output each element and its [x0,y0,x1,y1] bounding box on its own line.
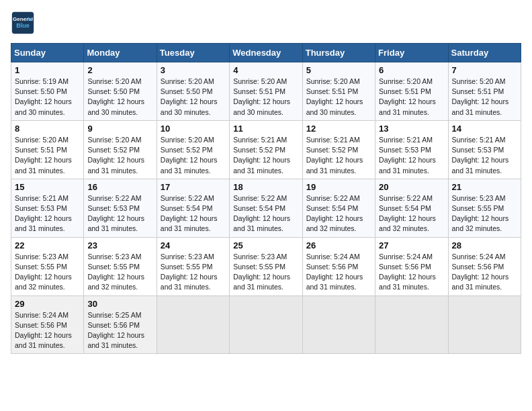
calendar-cell: 19Sunrise: 5:22 AM Sunset: 5:54 PM Dayli… [302,179,375,237]
calendar-cell: 11Sunrise: 5:21 AM Sunset: 5:52 PM Dayli… [230,120,302,179]
day-info: Sunrise: 5:21 AM Sunset: 5:53 PM Dayligh… [452,135,517,176]
day-number: 15 [15,182,80,192]
calendar-cell: 18Sunrise: 5:22 AM Sunset: 5:54 PM Dayli… [230,179,302,237]
calendar-cell: 21Sunrise: 5:23 AM Sunset: 5:55 PM Dayli… [448,179,521,237]
day-info: Sunrise: 5:19 AM Sunset: 5:50 PM Dayligh… [15,77,80,118]
weekday-header-sunday: Sunday [11,44,84,62]
day-info: Sunrise: 5:22 AM Sunset: 5:54 PM Dayligh… [306,193,371,234]
calendar-cell: 14Sunrise: 5:21 AM Sunset: 5:53 PM Dayli… [448,120,521,179]
calendar-week-row: 29Sunrise: 5:24 AM Sunset: 5:56 PM Dayli… [11,295,521,354]
day-number: 1 [15,65,80,75]
day-number: 28 [452,240,517,250]
day-number: 16 [87,182,152,192]
day-number: 20 [379,182,444,192]
calendar-cell: 2Sunrise: 5:20 AM Sunset: 5:50 PM Daylig… [84,62,157,121]
day-number: 4 [233,65,298,75]
calendar-week-row: 1Sunrise: 5:19 AM Sunset: 5:50 PM Daylig… [11,62,521,121]
day-info: Sunrise: 5:24 AM Sunset: 5:56 PM Dayligh… [452,252,517,293]
weekday-header-thursday: Thursday [302,44,375,62]
day-number: 18 [233,182,298,192]
calendar-table: SundayMondayTuesdayWednesdayThursdayFrid… [11,43,521,354]
day-info: Sunrise: 5:23 AM Sunset: 5:55 PM Dayligh… [161,252,226,293]
day-number: 6 [379,65,444,75]
day-number: 30 [87,299,152,309]
day-number: 3 [161,65,226,75]
calendar-cell [230,295,302,354]
day-info: Sunrise: 5:23 AM Sunset: 5:55 PM Dayligh… [233,252,298,293]
day-info: Sunrise: 5:24 AM Sunset: 5:56 PM Dayligh… [15,310,80,351]
logo: General Blue [11,11,39,35]
weekday-header-wednesday: Wednesday [230,44,302,62]
day-number: 23 [87,240,152,250]
day-info: Sunrise: 5:23 AM Sunset: 5:55 PM Dayligh… [87,252,152,293]
day-info: Sunrise: 5:24 AM Sunset: 5:56 PM Dayligh… [379,252,444,293]
calendar-cell [302,295,375,354]
calendar-cell [375,295,448,354]
day-number: 2 [87,65,152,75]
calendar-cell [448,295,521,354]
day-info: Sunrise: 5:23 AM Sunset: 5:55 PM Dayligh… [452,193,517,234]
calendar-cell: 23Sunrise: 5:23 AM Sunset: 5:55 PM Dayli… [84,237,157,295]
calendar-cell: 25Sunrise: 5:23 AM Sunset: 5:55 PM Dayli… [230,237,302,295]
day-info: Sunrise: 5:20 AM Sunset: 5:51 PM Dayligh… [306,77,371,118]
day-info: Sunrise: 5:22 AM Sunset: 5:54 PM Dayligh… [233,193,298,234]
calendar-cell: 8Sunrise: 5:20 AM Sunset: 5:51 PM Daylig… [11,120,84,179]
day-number: 14 [452,124,517,134]
day-number: 5 [306,65,371,75]
day-number: 25 [233,240,298,250]
day-number: 11 [233,124,298,134]
day-info: Sunrise: 5:20 AM Sunset: 5:51 PM Dayligh… [379,77,444,118]
day-info: Sunrise: 5:21 AM Sunset: 5:53 PM Dayligh… [15,193,80,234]
day-info: Sunrise: 5:20 AM Sunset: 5:51 PM Dayligh… [452,77,517,118]
day-info: Sunrise: 5:23 AM Sunset: 5:55 PM Dayligh… [15,252,80,293]
day-info: Sunrise: 5:22 AM Sunset: 5:54 PM Dayligh… [161,193,226,234]
day-info: Sunrise: 5:21 AM Sunset: 5:52 PM Dayligh… [306,135,371,176]
calendar-cell: 4Sunrise: 5:20 AM Sunset: 5:51 PM Daylig… [230,62,302,121]
weekday-header-friday: Friday [375,44,448,62]
calendar-cell: 6Sunrise: 5:20 AM Sunset: 5:51 PM Daylig… [375,62,448,121]
day-info: Sunrise: 5:20 AM Sunset: 5:51 PM Dayligh… [15,135,80,176]
weekday-header-saturday: Saturday [448,44,521,62]
calendar-cell: 27Sunrise: 5:24 AM Sunset: 5:56 PM Dayli… [375,237,448,295]
svg-text:Blue: Blue [16,22,30,29]
calendar-cell: 7Sunrise: 5:20 AM Sunset: 5:51 PM Daylig… [448,62,521,121]
day-number: 29 [15,299,80,309]
day-info: Sunrise: 5:25 AM Sunset: 5:56 PM Dayligh… [87,310,152,351]
calendar-week-row: 22Sunrise: 5:23 AM Sunset: 5:55 PM Dayli… [11,237,521,295]
day-number: 22 [15,240,80,250]
weekday-header-row: SundayMondayTuesdayWednesdayThursdayFrid… [11,44,521,62]
calendar-week-row: 8Sunrise: 5:20 AM Sunset: 5:51 PM Daylig… [11,120,521,179]
calendar-cell: 28Sunrise: 5:24 AM Sunset: 5:56 PM Dayli… [448,237,521,295]
weekday-header-monday: Monday [84,44,157,62]
day-number: 7 [452,65,517,75]
day-number: 17 [161,182,226,192]
calendar-cell: 10Sunrise: 5:20 AM Sunset: 5:52 PM Dayli… [157,120,229,179]
day-info: Sunrise: 5:22 AM Sunset: 5:54 PM Dayligh… [379,193,444,234]
day-number: 13 [379,124,444,134]
calendar-cell [157,295,229,354]
day-number: 24 [161,240,226,250]
calendar-cell: 3Sunrise: 5:20 AM Sunset: 5:50 PM Daylig… [157,62,229,121]
day-number: 19 [306,182,371,192]
day-number: 26 [306,240,371,250]
day-info: Sunrise: 5:21 AM Sunset: 5:53 PM Dayligh… [379,135,444,176]
calendar-cell: 29Sunrise: 5:24 AM Sunset: 5:56 PM Dayli… [11,295,84,354]
day-number: 9 [87,124,152,134]
day-number: 10 [161,124,226,134]
calendar-cell: 15Sunrise: 5:21 AM Sunset: 5:53 PM Dayli… [11,179,84,237]
day-number: 8 [15,124,80,134]
calendar-cell: 26Sunrise: 5:24 AM Sunset: 5:56 PM Dayli… [302,237,375,295]
calendar-cell: 5Sunrise: 5:20 AM Sunset: 5:51 PM Daylig… [302,62,375,121]
day-info: Sunrise: 5:20 AM Sunset: 5:52 PM Dayligh… [87,135,152,176]
calendar-cell: 24Sunrise: 5:23 AM Sunset: 5:55 PM Dayli… [157,237,229,295]
calendar-week-row: 15Sunrise: 5:21 AM Sunset: 5:53 PM Dayli… [11,179,521,237]
calendar-cell: 22Sunrise: 5:23 AM Sunset: 5:55 PM Dayli… [11,237,84,295]
logo-icon: General Blue [11,11,35,35]
day-info: Sunrise: 5:20 AM Sunset: 5:51 PM Dayligh… [233,77,298,118]
weekday-header-tuesday: Tuesday [157,44,229,62]
day-number: 27 [379,240,444,250]
calendar-cell: 12Sunrise: 5:21 AM Sunset: 5:52 PM Dayli… [302,120,375,179]
day-info: Sunrise: 5:20 AM Sunset: 5:50 PM Dayligh… [161,77,226,118]
day-info: Sunrise: 5:20 AM Sunset: 5:50 PM Dayligh… [87,77,152,118]
calendar-cell: 9Sunrise: 5:20 AM Sunset: 5:52 PM Daylig… [84,120,157,179]
